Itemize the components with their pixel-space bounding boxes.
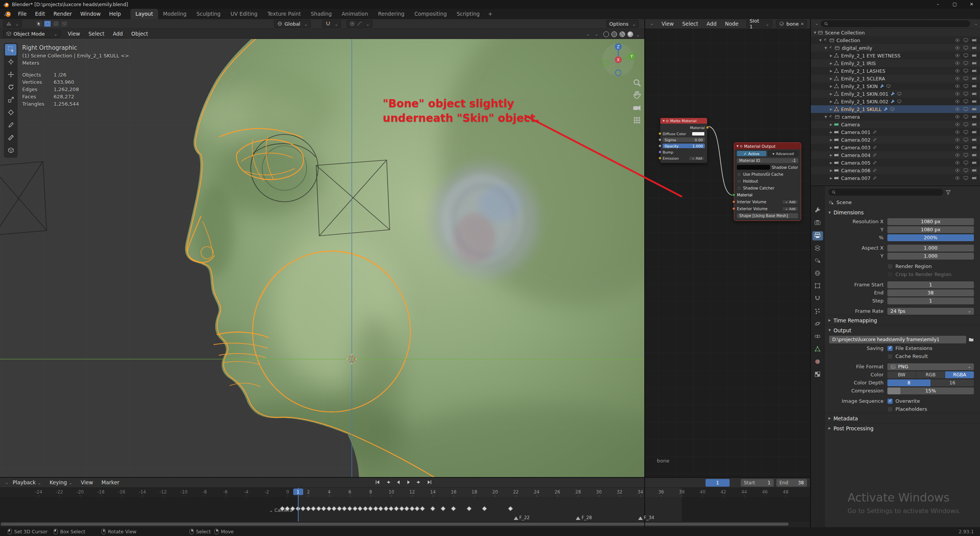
hide-in-viewport-eye-icon[interactable]: [955, 122, 960, 127]
node-row-interior-volume[interactable]: Interior Volume ＋ Add: [734, 198, 801, 205]
hide-in-viewport-eye-icon[interactable]: [955, 91, 960, 96]
post-processing-panel-header[interactable]: Post Processing: [825, 423, 980, 433]
resolution-percent-slider[interactable]: 200%: [887, 234, 974, 241]
snapping-dropdown[interactable]: [322, 20, 341, 28]
node-row-holdout[interactable]: Holdout: [734, 178, 801, 185]
hide-in-viewport-eye-icon[interactable]: [955, 76, 960, 81]
disable-in-viewport-icon[interactable]: [963, 76, 969, 81]
node-menu-view[interactable]: View: [657, 19, 678, 29]
resolution-y-field[interactable]: 1080 px: [887, 226, 974, 233]
disable-in-viewport-icon[interactable]: [963, 60, 969, 66]
output-panel-header[interactable]: Output: [825, 325, 980, 335]
toggle-perspective-grid-icon[interactable]: [632, 116, 642, 125]
input-socket[interactable]: [658, 138, 662, 141]
disable-in-viewport-icon[interactable]: [963, 168, 969, 173]
material-output-socket[interactable]: [706, 126, 709, 129]
editor-type-viewport[interactable]: [3, 20, 22, 28]
outliner-item-camera-005[interactable]: ▶Camera.005: [811, 159, 980, 167]
expand-caret-icon[interactable]: ▶: [828, 131, 834, 134]
editor-splitter[interactable]: [644, 19, 645, 527]
outliner-item-emily-2-1-lashes[interactable]: ▶Emily_2_1 LASHES: [811, 67, 980, 75]
tool-add-primitive-button[interactable]: [5, 145, 16, 157]
select-mode-tweak-button[interactable]: [35, 20, 43, 27]
depth-option-16[interactable]: 16: [931, 379, 974, 386]
cache-result-checkbox[interactable]: [887, 354, 893, 359]
disable-in-render-icon[interactable]: [972, 152, 977, 158]
zoom-icon[interactable]: [632, 78, 642, 87]
proportional-editing-group[interactable]: [346, 20, 372, 28]
expand-caret-icon[interactable]: ▶: [828, 161, 834, 165]
pan-hand-icon[interactable]: [632, 90, 642, 100]
disable-in-render-icon[interactable]: [972, 168, 977, 173]
shading-material-button[interactable]: [619, 31, 625, 37]
output-node-header[interactable]: ▼ Material Output: [734, 143, 801, 149]
frame-end-field[interactable]: 38: [887, 289, 974, 296]
camera-view-icon[interactable]: [632, 103, 642, 113]
node-row-sigma[interactable]: Sigma0.00: [660, 137, 707, 143]
properties-tab-particles[interactable]: [812, 307, 823, 316]
tool-scale-button[interactable]: [5, 95, 16, 106]
exterior-add-button[interactable]: ＋ Add: [782, 207, 798, 211]
file-extensions-checkbox[interactable]: [887, 346, 893, 351]
overwrite-checkbox[interactable]: [887, 399, 893, 404]
timeline-ruler[interactable]: -24-22-20-18-16-14-12-10-8-6-4-202468101…: [0, 488, 810, 497]
expand-caret-icon[interactable]: ▶: [828, 85, 834, 88]
collapse-caret-icon[interactable]: ▼: [812, 31, 818, 34]
color-option-rgba[interactable]: RGBA: [945, 371, 974, 378]
aspect-y-field[interactable]: 1.000: [887, 253, 974, 260]
minimize-button[interactable]: –: [929, 0, 946, 9]
workspace-tab-layout[interactable]: Layout: [131, 9, 158, 19]
expand-caret-icon[interactable]: ▶: [828, 69, 834, 73]
play-reverse-button[interactable]: [394, 479, 403, 487]
shape-field[interactable]: Shape [Using Base Mesh]: [737, 213, 798, 218]
add-workspace-button[interactable]: +: [485, 9, 496, 19]
hide-in-viewport-eye-icon[interactable]: [955, 68, 960, 74]
select-mode-box-button[interactable]: [44, 20, 51, 27]
node-canvas[interactable]: ▼ Matte Material Material Diffuse ColorS…: [645, 29, 810, 477]
matte-node-header[interactable]: ▼ Matte Material: [660, 118, 707, 124]
frame-start-field[interactable]: 1: [887, 281, 974, 288]
disable-in-render-icon[interactable]: [972, 60, 977, 66]
hide-in-viewport-eye-icon[interactable]: [955, 168, 960, 173]
node-menu-select[interactable]: Select: [678, 19, 702, 29]
disable-in-viewport-icon[interactable]: [963, 152, 969, 158]
material-slot-dropdown[interactable]: Slot 1: [746, 20, 772, 28]
hide-in-viewport-eye-icon[interactable]: [955, 53, 960, 58]
outliner-editor-type-icon[interactable]: [813, 21, 818, 26]
disable-in-viewport-icon[interactable]: [963, 45, 969, 51]
transform-orientation-dropdown[interactable]: Global: [274, 20, 311, 28]
output-active-button[interactable]: ✓ Active: [737, 151, 766, 156]
menu-window[interactable]: Window: [76, 9, 105, 19]
resolution-x-field[interactable]: 1080 px: [887, 218, 974, 225]
add-button[interactable]: ＋ Add: [689, 156, 705, 160]
node-row-bump[interactable]: Bump: [660, 149, 707, 155]
tool-rotate-button[interactable]: [5, 82, 16, 93]
disable-in-render-icon[interactable]: [972, 91, 977, 96]
frame-end-header-field[interactable]: End38: [776, 479, 807, 487]
properties-tab-output[interactable]: [812, 231, 823, 240]
node-row-shadow-catcher[interactable]: Shadow Catcher: [734, 185, 801, 191]
viewport-canvas[interactable]: Right Orthographic (1) Scene Collection …: [0, 39, 644, 477]
outliner-item-camera-006[interactable]: ▶Camera.006: [811, 167, 980, 174]
properties-tab-material[interactable]: [812, 358, 823, 367]
maximize-button[interactable]: ▢: [946, 0, 963, 9]
tool-select-box-button[interactable]: [5, 44, 16, 56]
show-gizmo-icon[interactable]: [585, 32, 590, 37]
collection-checkbox[interactable]: [823, 38, 828, 42]
disable-in-render-icon[interactable]: [972, 122, 977, 127]
workspace-tab-texture-paint[interactable]: Texture Paint: [263, 9, 306, 19]
material-id-field[interactable]: Material ID -1: [737, 158, 798, 163]
collection-checkbox[interactable]: [828, 114, 833, 119]
dimensions-panel-header[interactable]: Dimensions: [825, 208, 980, 217]
timeline-menu-playback[interactable]: Playback: [8, 477, 45, 488]
disable-in-render-icon[interactable]: [972, 76, 977, 81]
properties-tab-modifiers[interactable]: [812, 294, 823, 304]
node-editor-type-icon[interactable]: [648, 21, 653, 26]
disable-in-viewport-icon[interactable]: [963, 83, 969, 89]
output-advanced-button[interactable]: ▾ Advanced: [768, 151, 799, 156]
collapse-caret-icon[interactable]: ▼: [823, 115, 828, 119]
metadata-panel-header[interactable]: Metadata: [825, 413, 980, 423]
input-socket[interactable]: [658, 150, 662, 154]
disable-in-render-icon[interactable]: [972, 160, 977, 165]
next-keyframe-button[interactable]: [415, 479, 423, 487]
